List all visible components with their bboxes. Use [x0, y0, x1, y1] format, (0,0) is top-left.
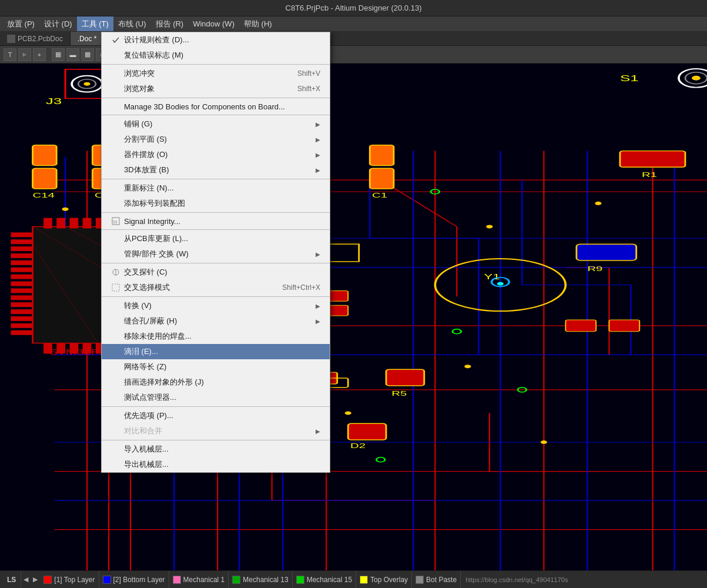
layer-mech15-color — [296, 576, 304, 584]
svg-text:SI: SI — [113, 219, 118, 225]
svg-point-30 — [84, 82, 91, 86]
dropdown-separator — [102, 263, 330, 263]
menu-help[interactable]: 帮助 (H) — [239, 16, 277, 31]
menu-route[interactable]: 布线 (U) — [113, 16, 151, 31]
dropdown-item-cross-select[interactable]: 交叉选择模式Shift+Ctrl+X — [102, 280, 330, 295]
dropdown-item-update-from-pcb[interactable]: 从PCB库更新 (L)... — [102, 231, 330, 246]
dropdown-item-inner-reset-error-marks: 复位错误标志 (M) — [111, 50, 320, 61]
toolbar-btn-line[interactable]: ▬ — [66, 48, 79, 61]
toolbar-btn-dot[interactable]: ▩ — [81, 48, 94, 61]
layer-bottom-color — [103, 576, 111, 584]
tab-doc[interactable]: .Doc * — [71, 32, 105, 45]
svg-rect-71 — [11, 282, 33, 286]
dropdown-item-copper[interactable]: 铺铜 (G)▶ — [102, 116, 330, 132]
svg-text:R9: R9 — [587, 265, 602, 272]
status-nav-next[interactable]: ▶ — [31, 576, 40, 583]
icon-placeholder — [111, 150, 120, 159]
dropdown-item-add-annotation[interactable]: 添加标号到装配图 — [102, 196, 330, 211]
dropdown-item-test-point[interactable]: 测试点管理器... — [102, 390, 330, 405]
icon-placeholder — [111, 362, 120, 372]
layer-top[interactable]: [1] Top Layer — [40, 571, 99, 588]
svg-rect-70 — [11, 275, 33, 279]
dropdown-item-convert[interactable]: 转换 (V)▶ — [102, 298, 330, 313]
layer-mech15[interactable]: Mechanical 15 — [293, 571, 356, 588]
dropdown-item-outline[interactable]: 描画选择对象的外形 (J) — [102, 375, 330, 390]
layer-mech13-label: Mechanical 13 — [243, 576, 288, 584]
layer-bot-paste[interactable]: Bot Paste — [412, 571, 461, 588]
dropdown-item-cross-probe[interactable]: 交叉探针 (C) — [102, 265, 330, 280]
dropdown-item-browse-object[interactable]: 浏览对象Shift+X — [102, 81, 330, 96]
status-nav-prev[interactable]: ◀ — [21, 576, 31, 583]
dropdown-item-manage-3d[interactable]: Manage 3D Bodies for Components on Board… — [102, 99, 330, 113]
dropdown-item-component-placement[interactable]: 器件摆放 (O)▶ — [102, 147, 330, 162]
dropdown-item-arrow-stitching: ▶ — [316, 318, 320, 325]
menu-design[interactable]: 设计 (D) — [39, 16, 77, 31]
dropdown-item-export-mech[interactable]: 导出机械层... — [102, 457, 330, 472]
layer-top-overlay[interactable]: Top Overlay — [356, 571, 412, 588]
dropdown-item-inner-compare-merge: 对比和合并 — [111, 426, 316, 436]
svg-rect-69 — [11, 268, 33, 272]
layer-mech1[interactable]: Mechanical 1 — [169, 571, 229, 588]
layer-mech13-color — [232, 576, 240, 584]
menu-report[interactable]: 报告 (R) — [151, 16, 189, 31]
select-icon — [111, 283, 120, 292]
dropdown-item-teardrops[interactable]: 滴泪 (E)... — [102, 344, 330, 359]
dropdown-item-split-plane[interactable]: 分割平面 (S)▶ — [102, 132, 330, 147]
dropdown-item-inner-design-rule-check: 设计规则检查 (D)... — [111, 35, 320, 45]
toolbar-btn-grid[interactable]: ▦ — [52, 48, 65, 61]
tab-pcb2-icon — [7, 35, 15, 43]
s1-label: S1 — [620, 74, 639, 82]
tab-doc-label: .Doc * — [78, 35, 97, 43]
svg-rect-44 — [33, 168, 57, 189]
dropdown-item-label-add-annotation: 添加标号到装配图 — [124, 198, 185, 209]
tab-pcb2[interactable]: PCB2.PcbDoc — [0, 32, 71, 45]
dropdown-item-design-rule-check[interactable]: 设计规则检查 (D)... — [102, 32, 330, 48]
status-bar: LS ◀ ▶ [1] Top Layer [2] Bottom Layer Me… — [0, 570, 707, 588]
title-bar: C8T6.PrjPcb - Altium Designer (20.0.13) — [0, 0, 707, 16]
icon-placeholder — [111, 445, 120, 454]
dropdown-item-inner-cross-probe: 交叉探针 (C) — [111, 267, 320, 278]
dropdown-item-preferences[interactable]: 优先选项 (P)... — [102, 408, 330, 423]
svg-rect-73 — [11, 295, 33, 300]
dropdown-item-label-convert: 转换 (V) — [124, 300, 152, 311]
icon-placeholder — [111, 460, 120, 469]
dropdown-item-import-mech[interactable]: 导入机械层... — [102, 442, 330, 457]
dropdown-item-label-cross-select: 交叉选择模式 — [124, 282, 170, 293]
svg-rect-61 — [620, 151, 685, 168]
dropdown-item-shortcut-cross-select: Shift+Ctrl+X — [282, 283, 320, 292]
dropdown-item-re-annotate[interactable]: 重新标注 (N)... — [102, 181, 330, 196]
svg-rect-160 — [609, 320, 639, 332]
dropdown-item-label-browse-conflict: 浏览冲突 — [124, 68, 155, 79]
menu-tools[interactable]: 工具 (T) — [77, 16, 113, 31]
menu-place[interactable]: 放置 (P) — [2, 16, 39, 31]
svg-rect-144 — [386, 369, 424, 386]
svg-rect-68 — [11, 260, 33, 265]
dropdown-item-stitching[interactable]: 缝合孔/屏蔽 (H)▶ — [102, 313, 330, 329]
icon-placeholder — [111, 347, 120, 356]
dropdown-item-reset-error-marks[interactable]: 复位错误标志 (M) — [102, 48, 330, 63]
toolbar-btn-plus[interactable]: + — [33, 48, 46, 61]
svg-rect-72 — [11, 288, 33, 293]
svg-rect-59 — [370, 168, 394, 189]
svg-point-164 — [595, 202, 601, 205]
menu-window[interactable]: Window (W) — [188, 16, 239, 31]
dropdown-item-label-import-mech: 导入机械层... — [124, 444, 169, 455]
dropdown-item-pin-swap[interactable]: 管脚/部件 交换 (W)▶ — [102, 246, 330, 262]
dropdown-item-remove-pads[interactable]: 移除未使用的焊盘... — [102, 329, 330, 344]
dropdown-item-browse-conflict[interactable]: 浏览冲突Shift+V — [102, 66, 330, 81]
dropdown-item-inner-signal-integrity: SISignal Integrity... — [111, 216, 320, 226]
layer-bottom[interactable]: [2] Bottom Layer — [99, 571, 169, 588]
dropdown-item-net-equalize[interactable]: 网络等长 (Z) — [102, 359, 330, 375]
dropdown-item-label-teardrops: 滴泪 (E)... — [124, 346, 158, 357]
dropdown-item-inner-teardrops: 滴泪 (E)... — [111, 346, 320, 357]
toolbar-btn-filter[interactable]: T — [4, 48, 16, 61]
dropdown-separator — [102, 406, 330, 407]
dropdown-item-signal-integrity[interactable]: SISignal Integrity... — [102, 214, 330, 228]
layer-mech13[interactable]: Mechanical 13 — [229, 571, 292, 588]
dropdown-item-3d-placement[interactable]: 3D体放置 (B)▶ — [102, 162, 330, 178]
icon-placeholder — [111, 165, 120, 175]
toolbar-btn-arrow[interactable]: ▹ — [18, 48, 31, 61]
icon-placeholder — [111, 51, 120, 60]
dropdown-item-compare-merge: 对比和合并▶ — [102, 423, 330, 439]
dropdown-item-inner-outline: 描画选择对象的外形 (J) — [111, 377, 320, 387]
